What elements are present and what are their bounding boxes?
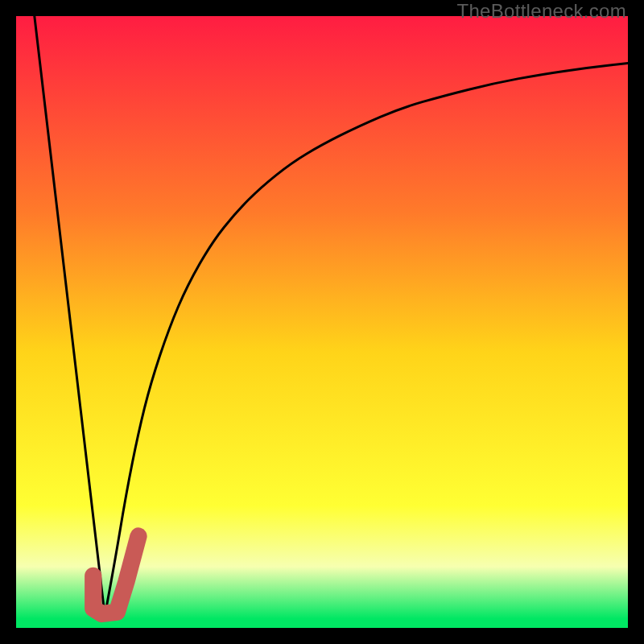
gradient-background xyxy=(16,16,628,628)
chart-frame: { "watermark": "TheBottleneck.com", "col… xyxy=(0,0,644,644)
watermark-label: TheBottleneck.com xyxy=(456,0,626,23)
bottleneck-chart xyxy=(16,16,628,628)
